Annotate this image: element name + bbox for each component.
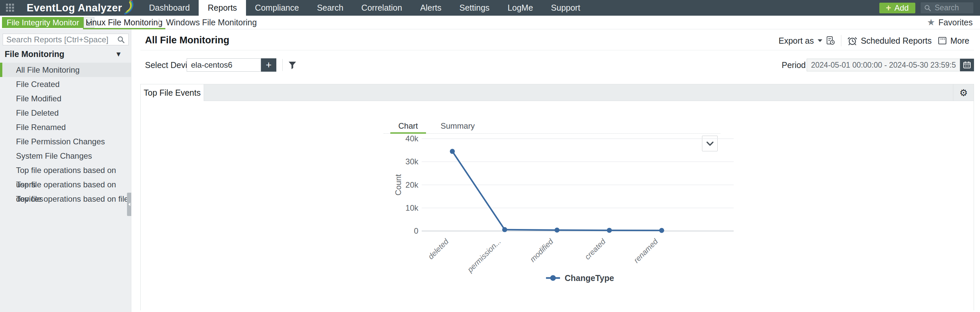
- legend-label[interactable]: ChangeType: [565, 273, 614, 283]
- more-button[interactable]: More: [938, 36, 969, 46]
- eventlog-analyzer-app: EventLog Analyzer DashboardReportsCompli…: [0, 0, 980, 312]
- global-search-box[interactable]: [921, 2, 973, 13]
- global-search-input[interactable]: [935, 3, 968, 12]
- x-axis-tick-label: renamed: [632, 237, 660, 264]
- data-point[interactable]: [659, 228, 664, 233]
- star-icon: ★: [927, 18, 935, 27]
- alarm-clock-icon: [847, 36, 858, 46]
- add-device-button[interactable]: +: [261, 58, 276, 72]
- y-axis-tick-label: 20k: [405, 180, 418, 189]
- filter-funnel-icon[interactable]: [288, 60, 297, 70]
- favorites-button[interactable]: ★ Favorites: [927, 16, 973, 29]
- nav-item-search[interactable]: Search: [308, 0, 352, 16]
- scheduled-reports-label: Scheduled Reports: [861, 36, 932, 46]
- main-nav: DashboardReportsComplianceSearchCorrelat…: [140, 0, 589, 16]
- nav-item-correlation[interactable]: Correlation: [352, 0, 411, 16]
- calendar-button[interactable]: [960, 59, 974, 71]
- sidebar-section-file-monitoring[interactable]: File Monitoring ▾: [5, 49, 126, 59]
- widget-tab-strip: Top File Events ⚙: [141, 84, 974, 101]
- topbar-right: + Add: [879, 0, 973, 16]
- report-toolbar: Export as: [779, 34, 969, 47]
- report-search-box[interactable]: [3, 33, 129, 45]
- x-axis-tick-label: permission...: [465, 237, 502, 274]
- page-title: All File Monitoring: [145, 35, 229, 46]
- sidebar-item-all-file-monitoring[interactable]: All File Monitoring: [0, 63, 131, 77]
- sidebar-section-label: File Monitoring: [5, 49, 64, 59]
- calendar-icon: [963, 60, 971, 69]
- toolbar-divider: [841, 35, 842, 46]
- logo-swoosh-icon: [123, 0, 135, 15]
- sidebar-item-file-deleted[interactable]: File Deleted: [0, 106, 131, 120]
- caret-down-icon: [818, 39, 822, 42]
- nav-item-logme[interactable]: LogMe: [499, 0, 542, 16]
- monitor-dropdown: File Integrity Monitor: [2, 17, 94, 28]
- x-axis-tick-label: modified: [528, 237, 555, 264]
- data-point[interactable]: [607, 228, 612, 232]
- tab-linux-file-monitoring[interactable]: Linux File Monitoring: [83, 16, 165, 29]
- export-as-button[interactable]: Export as: [779, 36, 835, 46]
- x-axis-tick-label: deleted: [426, 237, 451, 261]
- y-axis-tick-label: 30k: [405, 157, 418, 166]
- nav-item-alerts[interactable]: Alerts: [411, 0, 450, 16]
- sidebar-collapse-handle[interactable]: [127, 193, 131, 216]
- sidebar-report-list: All File MonitoringFile CreatedFile Modi…: [0, 63, 131, 206]
- sub-nav-bar: File Integrity Monitor Linux File Monito…: [0, 16, 980, 29]
- main-content: All File Monitoring Export as: [132, 29, 980, 312]
- export-as-label: Export as: [779, 36, 814, 46]
- sidebar-item-file-created[interactable]: File Created: [0, 77, 131, 91]
- plus-icon: +: [886, 3, 891, 13]
- add-button-label: Add: [894, 3, 908, 13]
- sidebar-item-file-modified[interactable]: File Modified: [0, 91, 131, 106]
- export-history-icon[interactable]: [826, 36, 835, 45]
- nav-item-support[interactable]: Support: [542, 0, 589, 16]
- y-axis-tick-label: 0: [414, 226, 418, 236]
- more-label: More: [950, 36, 969, 46]
- nav-item-reports[interactable]: Reports: [199, 0, 246, 16]
- y-axis-tick-label: 40k: [405, 134, 418, 143]
- sidebar-item-top-file-operations-based-on-users[interactable]: Top file operations based on users: [0, 163, 131, 177]
- report-search-input[interactable]: [6, 35, 117, 45]
- widget-body: Chart Summary 010k20k30k40kCountdeletedp…: [141, 101, 974, 310]
- nav-item-settings[interactable]: Settings: [450, 0, 498, 16]
- title-divider: [140, 50, 974, 50]
- gear-icon: ⚙: [959, 88, 968, 98]
- sidebar-item-file-permission-changes[interactable]: File Permission Changes: [0, 134, 131, 149]
- y-axis-tick-label: 10k: [405, 203, 418, 212]
- data-point[interactable]: [555, 228, 560, 232]
- tab-windows-file-monitoring[interactable]: Windows File Monitoring: [166, 16, 257, 29]
- file-integrity-monitor-button[interactable]: File Integrity Monitor: [2, 17, 84, 28]
- sidebar-item-file-renamed[interactable]: File Renamed: [0, 120, 131, 134]
- favorites-label: Favorites: [938, 18, 973, 27]
- reports-sidebar: File Monitoring ▾ All File MonitoringFil…: [0, 29, 131, 312]
- period-range-input[interactable]: [807, 59, 960, 71]
- sidebar-item-top-file-operations-based-on-file[interactable]: Top file operations based on file: [0, 192, 131, 206]
- nav-item-compliance[interactable]: Compliance: [246, 0, 308, 16]
- search-icon: [924, 4, 931, 12]
- legend-marker-icon: [550, 275, 556, 281]
- data-point[interactable]: [450, 149, 455, 154]
- scheduled-reports-button[interactable]: Scheduled Reports: [847, 36, 932, 46]
- period-label: Period: [782, 58, 806, 72]
- add-button[interactable]: + Add: [879, 3, 915, 13]
- top-file-events-widget: Top File Events ⚙ Chart Summary 010k20k3…: [140, 84, 974, 310]
- more-window-icon: [938, 36, 947, 45]
- widget-settings-button[interactable]: ⚙: [953, 84, 974, 101]
- arrow-left-icon: [128, 203, 130, 206]
- series-line: [452, 151, 662, 230]
- app-logo-text: EventLog Analyzer: [27, 2, 122, 14]
- caret-down-icon: ▾: [117, 49, 120, 59]
- top-bar: EventLog Analyzer DashboardReportsCompli…: [0, 0, 980, 16]
- subtab-divider: [159, 19, 159, 26]
- nav-item-dashboard[interactable]: Dashboard: [140, 0, 199, 16]
- device-select-input[interactable]: [187, 58, 261, 72]
- data-point[interactable]: [502, 227, 508, 232]
- sidebar-item-top-file-operations-based-on-devices[interactable]: Top file operations based on devices: [0, 177, 131, 192]
- sidebar-item-system-file-changes[interactable]: System File Changes: [0, 149, 131, 163]
- x-axis-tick-label: created: [583, 237, 607, 261]
- filter-divider: [282, 59, 283, 71]
- y-axis-title: Count: [394, 174, 402, 195]
- apps-grid-icon[interactable]: [6, 4, 15, 12]
- app-logo: EventLog Analyzer: [27, 0, 135, 16]
- tab-top-file-events[interactable]: Top File Events: [141, 84, 204, 101]
- search-icon: [117, 36, 125, 44]
